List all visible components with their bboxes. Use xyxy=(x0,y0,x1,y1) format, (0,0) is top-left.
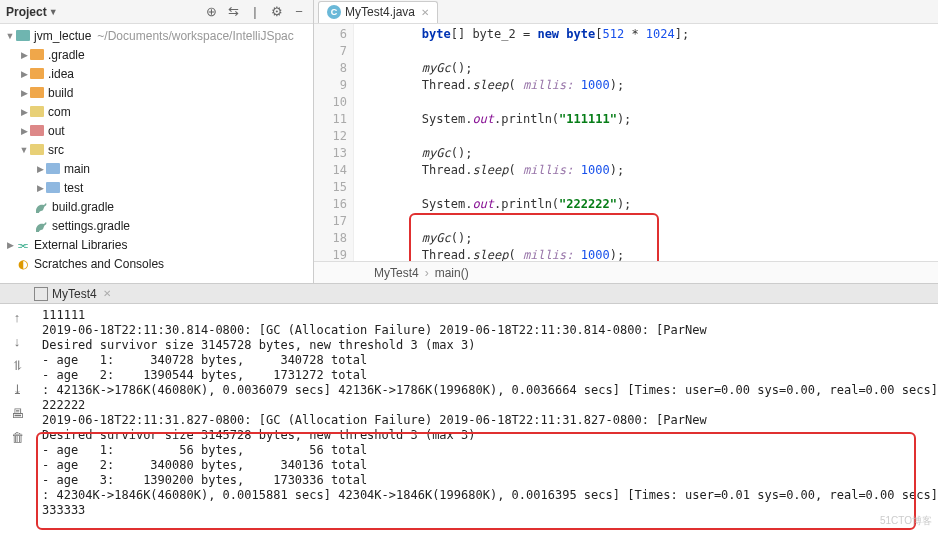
tree-path: ~/Documents/workspace/IntelliJSpac xyxy=(97,29,293,43)
gradle-icon xyxy=(34,200,48,214)
tree-folder-gradle[interactable]: ▶.gradle xyxy=(0,45,313,64)
tree-external-libraries[interactable]: ▶⫘External Libraries xyxy=(0,235,313,254)
gear-icon[interactable]: ⚙ xyxy=(269,4,285,20)
scroll-icon[interactable]: ⤓ xyxy=(8,380,26,398)
up-icon[interactable]: ↑ xyxy=(8,308,26,326)
crumb-method[interactable]: main() xyxy=(435,266,469,280)
collapse-icon[interactable]: ⇆ xyxy=(225,4,241,20)
tree-label: Scratches and Consoles xyxy=(34,257,164,271)
console-output[interactable]: 111111 2019-06-18T22:11:30.814-0800: [GC… xyxy=(34,304,938,548)
tree-folder-com[interactable]: ▶com xyxy=(0,102,313,121)
tree-label: src xyxy=(48,143,64,157)
tree-file-buildgradle[interactable]: build.gradle xyxy=(0,197,313,216)
project-title[interactable]: Project xyxy=(6,5,47,19)
editor-tabs: C MyTest4.java ✕ xyxy=(314,0,938,24)
gradle-icon xyxy=(34,219,48,233)
hide-icon[interactable]: − xyxy=(291,4,307,20)
tree-label: build.gradle xyxy=(52,200,114,214)
tree-file-settingsgradle[interactable]: settings.gradle xyxy=(0,216,313,235)
close-icon[interactable]: ✕ xyxy=(421,7,429,18)
divider-icon: | xyxy=(247,4,263,20)
tree-label: test xyxy=(64,181,83,195)
library-icon: ⫘ xyxy=(16,238,30,252)
tree-label: settings.gradle xyxy=(52,219,130,233)
tree-scratches[interactable]: ◐Scratches and Consoles xyxy=(0,254,313,273)
watermark: 51CTO博客 xyxy=(880,514,932,528)
tree-label: .gradle xyxy=(48,48,85,62)
crumb-class[interactable]: MyTest4 xyxy=(374,266,419,280)
chevron-right-icon: › xyxy=(425,266,429,280)
target-icon[interactable]: ⊕ xyxy=(203,4,219,20)
trash-icon[interactable]: 🗑 xyxy=(8,428,26,446)
java-class-icon: C xyxy=(327,5,341,19)
code-editor[interactable]: byte[] byte_2 = new byte[512 * 1024]; my… xyxy=(354,24,938,261)
run-tab-bar: MyTest4 ✕ xyxy=(0,284,938,304)
editor-panel: C MyTest4.java ✕ 67891011121314151617181… xyxy=(314,0,938,283)
tree-label: main xyxy=(64,162,90,176)
breadcrumb: MyTest4 › main() xyxy=(314,261,938,283)
tree-label: com xyxy=(48,105,71,119)
tree-root[interactable]: ▼jvm_lectue~/Documents/workspace/Intelli… xyxy=(0,26,313,45)
print-icon[interactable]: 🖶 xyxy=(8,404,26,422)
project-toolbar: Project ▼ ⊕ ⇆ | ⚙ − xyxy=(0,0,313,24)
chevron-down-icon[interactable]: ▼ xyxy=(49,7,58,17)
tree-folder-test[interactable]: ▶test xyxy=(0,178,313,197)
tree-folder-out[interactable]: ▶out xyxy=(0,121,313,140)
editor-tab[interactable]: C MyTest4.java ✕ xyxy=(318,1,438,23)
down-icon[interactable]: ↓ xyxy=(8,332,26,350)
tree-label: External Libraries xyxy=(34,238,127,252)
scratch-icon: ◐ xyxy=(16,257,30,271)
tree-label: jvm_lectue xyxy=(34,29,91,43)
tree-label: .idea xyxy=(48,67,74,81)
tree-folder-idea[interactable]: ▶.idea xyxy=(0,64,313,83)
run-config-icon xyxy=(34,287,48,301)
line-gutter: 678910111213141516171819202122 xyxy=(314,24,354,261)
run-tab-label[interactable]: MyTest4 xyxy=(52,287,97,301)
tree-label: out xyxy=(48,124,65,138)
close-icon[interactable]: ✕ xyxy=(103,288,111,299)
tree-label: build xyxy=(48,86,73,100)
tree-folder-build[interactable]: ▶build xyxy=(0,83,313,102)
tab-label: MyTest4.java xyxy=(345,5,415,19)
project-tree: ▼jvm_lectue~/Documents/workspace/Intelli… xyxy=(0,24,313,283)
run-panel: ↑ ↓ ⥮ ⤓ 🖶 🗑 111111 2019-06-18T22:11:30.8… xyxy=(0,304,938,548)
project-sidebar: Project ▼ ⊕ ⇆ | ⚙ − ▼jvm_lectue~/Documen… xyxy=(0,0,314,283)
wrap-icon[interactable]: ⥮ xyxy=(8,356,26,374)
run-toolbar: ↑ ↓ ⥮ ⤓ 🖶 🗑 xyxy=(0,304,34,548)
tree-folder-src[interactable]: ▼src xyxy=(0,140,313,159)
tree-folder-main[interactable]: ▶main xyxy=(0,159,313,178)
